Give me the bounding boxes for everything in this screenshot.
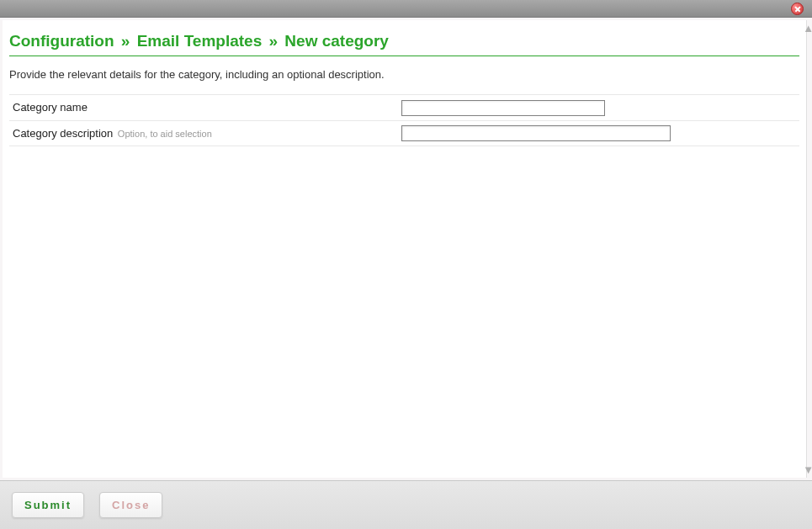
- breadcrumb-part-configuration[interactable]: Configuration: [9, 32, 114, 50]
- content-wrap: Configuration » Email Templates » New ca…: [0, 18, 812, 480]
- breadcrumb-part-email-templates[interactable]: Email Templates: [137, 32, 263, 50]
- category-description-input[interactable]: [401, 125, 671, 141]
- title-bar: [0, 0, 812, 18]
- category-description-hint: Option, to aid selection: [118, 129, 212, 139]
- breadcrumb-separator: »: [119, 32, 133, 50]
- form-row-category-name: Category name: [9, 94, 799, 121]
- breadcrumb-part-new-category: New category: [284, 32, 389, 50]
- breadcrumb: Configuration » Email Templates » New ca…: [9, 32, 799, 56]
- category-name-input[interactable]: [401, 100, 605, 116]
- submit-button[interactable]: Submit: [12, 492, 84, 518]
- scroll-up-icon[interactable]: ▲: [803, 23, 812, 34]
- content-panel: Configuration » Email Templates » New ca…: [3, 20, 807, 478]
- form-row-category-description: Category description Option, to aid sele…: [9, 121, 799, 147]
- footer-bar: Submit Close: [0, 480, 812, 529]
- breadcrumb-separator: »: [267, 32, 281, 50]
- close-button[interactable]: Close: [99, 492, 162, 518]
- category-name-label: Category name: [13, 101, 401, 114]
- category-description-label: Category description: [13, 127, 113, 140]
- instruction-text: Provide the relevant details for the cat…: [9, 68, 799, 81]
- close-icon[interactable]: [791, 3, 804, 15]
- scroll-down-icon[interactable]: ▼: [803, 464, 812, 475]
